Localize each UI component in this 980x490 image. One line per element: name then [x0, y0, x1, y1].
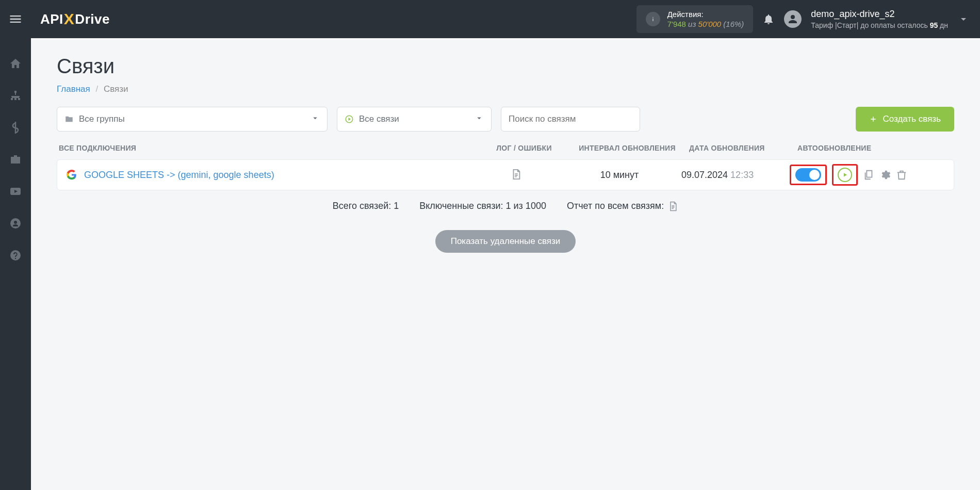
user-avatar[interactable] [784, 10, 802, 28]
chevron-down-icon [475, 113, 484, 123]
sidebar-billing[interactable] [9, 121, 22, 134]
sidebar-account[interactable] [9, 217, 22, 230]
bell-icon [762, 13, 775, 25]
show-deleted-button[interactable]: Показать удаленные связи [435, 230, 576, 253]
sidebar-video[interactable] [9, 185, 22, 198]
col-header-auto: АВТООБНОВЛЕНИЕ [797, 144, 952, 152]
breadcrumb-home[interactable]: Главная [57, 84, 90, 94]
delete-button[interactable] [896, 169, 907, 181]
sitemap-icon [9, 89, 22, 102]
actions-used: 7'948 [667, 20, 686, 28]
sidebar-home[interactable] [9, 57, 22, 70]
connection-interval: 10 минут [558, 170, 681, 181]
filter-row: Все группы Все связи Создать связь [57, 107, 954, 132]
sidebar-connections[interactable] [9, 89, 22, 102]
trash-icon [896, 169, 907, 181]
run-now-button[interactable] [838, 168, 852, 182]
sidebar [0, 38, 31, 490]
copy-button[interactable] [863, 169, 874, 181]
chevron-down-icon [957, 13, 970, 25]
main-content: Связи Главная / Связи Все группы Все свя… [31, 38, 980, 269]
brand-part1: API [40, 11, 63, 27]
chevron-down-icon [311, 113, 320, 123]
col-header-log: ЛОГ / ОШИБКИ [483, 144, 565, 152]
actions-label: Действия: [667, 9, 744, 20]
home-icon [9, 57, 22, 70]
dollar-icon [9, 121, 22, 134]
connection-date: 09.07.2024 12:33 [681, 170, 790, 181]
breadcrumb-sep: / [95, 84, 98, 94]
breadcrumb: Главная / Связи [57, 84, 954, 94]
play-circle-icon [345, 115, 354, 124]
connection-name-link[interactable]: GOOGLE SHEETS -> (gemini, google sheets) [67, 170, 475, 181]
actions-of: из [688, 20, 696, 28]
topbar: APIXDrive Действия: 7'948 из 50'000 (16%… [0, 0, 980, 38]
autoupdate-toggle[interactable] [795, 168, 821, 182]
actions-usage-box[interactable]: Действия: 7'948 из 50'000 (16%) [636, 5, 754, 33]
create-connection-button[interactable]: Создать связь [856, 107, 954, 132]
col-header-interval: ИНТЕРВАЛ ОБНОВЛЕНИЯ [565, 144, 689, 152]
groups-select-label: Все группы [79, 114, 125, 124]
file-icon [668, 201, 678, 211]
settings-button[interactable] [879, 169, 891, 181]
actions-total: 50'000 [698, 20, 722, 28]
help-icon [9, 249, 22, 262]
breadcrumb-current: Связи [104, 84, 128, 94]
briefcase-icon [9, 153, 22, 166]
summary-total: Всего связей: 1 [333, 201, 399, 211]
youtube-icon [9, 185, 22, 198]
groups-select[interactable]: Все группы [57, 107, 328, 132]
file-icon [511, 169, 522, 180]
summary-row: Всего связей: 1 Включенные связи: 1 из 1… [57, 201, 954, 211]
run-highlight [832, 164, 858, 186]
page-title: Связи [57, 55, 954, 78]
google-icon [67, 170, 77, 180]
connections-select-label: Все связи [359, 114, 399, 124]
table-header: ВСЕ ПОДКЛЮЧЕНИЯ ЛОГ / ОШИБКИ ИНТЕРВАЛ ОБ… [57, 144, 954, 159]
actions-pct: (16%) [723, 20, 744, 28]
col-header-date: ДАТА ОБНОВЛЕНИЯ [689, 144, 797, 152]
connections-select[interactable]: Все связи [337, 107, 492, 132]
menu-toggle[interactable] [0, 0, 31, 38]
create-button-label: Создать связь [883, 114, 941, 124]
user-block[interactable]: demo_apix-drive_s2 Тариф |Старт| до опла… [811, 8, 948, 30]
actions-usage-text: Действия: 7'948 из 50'000 (16%) [667, 9, 744, 29]
gear-icon [879, 169, 891, 181]
brand-part2: Drive [75, 11, 110, 27]
sidebar-tools[interactable] [9, 153, 22, 166]
user-menu-toggle[interactable] [957, 13, 970, 25]
user-plan-info: Тариф |Старт| до оплаты осталось 95 дн [811, 21, 948, 30]
connection-name-text: GOOGLE SHEETS -> (gemini, google sheets) [84, 170, 274, 181]
plus-icon [869, 115, 877, 123]
col-header-name: ВСЕ ПОДКЛЮЧЕНИЯ [59, 144, 483, 152]
user-circle-icon [9, 217, 22, 230]
autoupdate-highlight [790, 165, 827, 185]
folder-icon [64, 115, 74, 124]
username: demo_apix-drive_s2 [811, 8, 948, 20]
search-box[interactable] [501, 107, 640, 132]
summary-report-link[interactable]: Отчет по всем связям: [567, 201, 678, 211]
notifications-button[interactable] [762, 13, 775, 25]
sidebar-help[interactable] [9, 249, 22, 262]
avatar-icon [787, 13, 799, 25]
hamburger-icon [8, 12, 23, 26]
search-input[interactable] [509, 114, 632, 124]
brand-x: X [64, 10, 75, 28]
table-row: GOOGLE SHEETS -> (gemini, google sheets)… [57, 159, 954, 190]
summary-enabled: Включенные связи: 1 из 1000 [419, 201, 546, 211]
play-icon [842, 172, 848, 178]
connection-log-button[interactable] [475, 169, 558, 182]
info-icon [646, 12, 660, 26]
brand-logo[interactable]: APIXDrive [40, 10, 110, 28]
copy-icon [863, 169, 874, 181]
connection-actions [790, 164, 944, 186]
